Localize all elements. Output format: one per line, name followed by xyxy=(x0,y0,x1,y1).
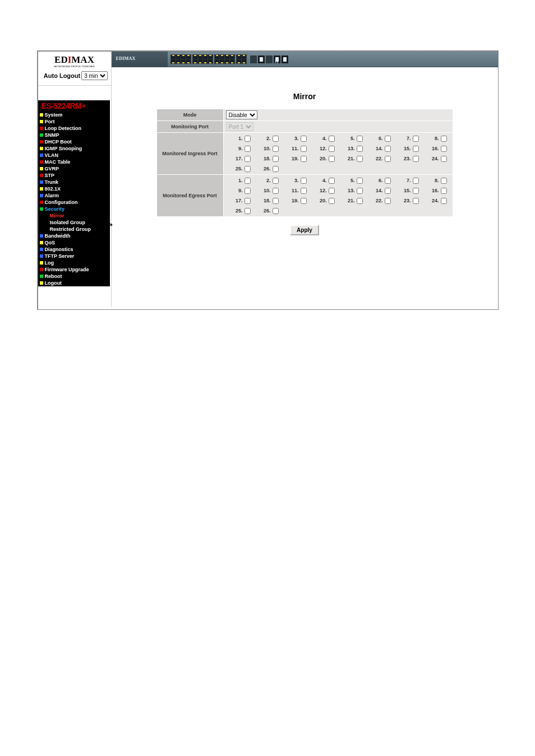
nav-item-reboot[interactable]: Reboot xyxy=(38,273,110,280)
egress-port-19-checkbox[interactable] xyxy=(301,198,307,204)
egress-port-23-checkbox[interactable] xyxy=(413,198,419,204)
ingress-port-7-checkbox[interactable] xyxy=(413,136,419,142)
egress-port-22-checkbox[interactable] xyxy=(385,198,391,204)
ingress-port-15-checkbox[interactable] xyxy=(413,146,419,152)
egress-port-22: 22. xyxy=(366,196,394,205)
nav-item-firmware-upgrade[interactable]: Firmware Upgrade xyxy=(38,266,110,273)
ingress-port-24-checkbox[interactable] xyxy=(441,156,447,162)
apply-button[interactable]: Apply xyxy=(290,225,319,235)
egress-port-4-checkbox[interactable] xyxy=(329,178,335,184)
nav-item-snmp[interactable]: SNMP xyxy=(38,132,110,138)
ingress-port-5: 5. xyxy=(338,134,366,143)
nav-item-qos[interactable]: QoS xyxy=(38,239,110,246)
nav-item-port[interactable]: Port xyxy=(38,118,110,125)
egress-port-26-checkbox[interactable] xyxy=(273,208,279,214)
ingress-port-3-checkbox[interactable] xyxy=(301,136,307,142)
ingress-port-13-checkbox[interactable] xyxy=(357,146,363,152)
egress-port-2-checkbox[interactable] xyxy=(273,178,279,184)
ingress-port-5-checkbox[interactable] xyxy=(357,136,363,142)
egress-port-12-checkbox[interactable] xyxy=(329,188,335,194)
ingress-port-4-checkbox[interactable] xyxy=(329,136,335,142)
ingress-port-25-checkbox[interactable] xyxy=(245,166,251,172)
nav-item-restricted-group[interactable]: Restricted Group xyxy=(38,226,110,233)
ingress-port-19-checkbox[interactable] xyxy=(301,156,307,162)
nav-item-diagnostics[interactable]: Diagnostics xyxy=(38,246,110,253)
egress-port-13-checkbox[interactable] xyxy=(357,188,363,194)
nav-item-security[interactable]: Security xyxy=(38,206,110,212)
nav-item-bandwidth[interactable]: Bandwidth xyxy=(38,233,110,239)
egress-port-8-checkbox[interactable] xyxy=(441,178,447,184)
nav-item-loop-detection[interactable]: Loop Detection xyxy=(38,125,110,132)
port-number-label: 10. xyxy=(261,146,271,151)
port-number-label: 19. xyxy=(289,198,299,203)
nav-item-mac-table[interactable]: MAC Table xyxy=(38,159,110,165)
egress-port-14-checkbox[interactable] xyxy=(385,188,391,194)
egress-port-3: 3. xyxy=(282,176,310,185)
ingress-port-14-checkbox[interactable] xyxy=(385,146,391,152)
nav-item-label: GVRP xyxy=(45,165,59,172)
nav-bullet-icon xyxy=(45,221,48,224)
ingress-port-6-checkbox[interactable] xyxy=(385,136,391,142)
ingress-port-23-checkbox[interactable] xyxy=(413,156,419,162)
ingress-port-8-checkbox[interactable] xyxy=(441,136,447,142)
auto-logout-select[interactable]: 3 min xyxy=(81,71,108,80)
ingress-port-9-checkbox[interactable] xyxy=(245,146,251,152)
egress-port-16-checkbox[interactable] xyxy=(441,188,447,194)
egress-port-18-checkbox[interactable] xyxy=(273,198,279,204)
nav-item-vlan[interactable]: VLAN xyxy=(38,152,110,159)
nav-bullet-icon xyxy=(40,207,43,211)
port-number-label: 13. xyxy=(345,146,355,151)
nav-item-trunk[interactable]: Trunk xyxy=(38,179,110,185)
nav-item-gvrp[interactable]: GVRP xyxy=(38,165,110,172)
nav-item-system[interactable]: System xyxy=(38,112,110,118)
port-number-label: 17. xyxy=(233,156,243,161)
nav-bullet-icon xyxy=(40,194,43,197)
monitoring-port-select[interactable]: Port 1 xyxy=(226,122,253,131)
egress-port-9-checkbox[interactable] xyxy=(245,188,251,194)
ingress-port-18-checkbox[interactable] xyxy=(273,156,279,162)
ingress-port-10-checkbox[interactable] xyxy=(273,146,279,152)
egress-port-7-checkbox[interactable] xyxy=(413,178,419,184)
nav-item-tftp-server[interactable]: TFTP Server xyxy=(38,253,110,259)
nav-item-logout[interactable]: Logout xyxy=(38,280,110,286)
egress-port-3-checkbox[interactable] xyxy=(301,178,307,184)
nav-item-alarm[interactable]: Alarm xyxy=(38,192,110,199)
port-number-label: 14. xyxy=(373,188,383,193)
egress-port-6-checkbox[interactable] xyxy=(385,178,391,184)
nav-item-isolated-group[interactable]: Isolated Group xyxy=(38,219,110,226)
nav-item-mirror[interactable]: Mirror xyxy=(38,212,110,219)
egress-port-15-checkbox[interactable] xyxy=(413,188,419,194)
port-number-label: 26. xyxy=(261,208,271,214)
nav-item-igmp-snooping[interactable]: IGMP Snooping xyxy=(38,145,110,152)
ingress-port-26-checkbox[interactable] xyxy=(273,166,279,172)
ingress-port-21-checkbox[interactable] xyxy=(357,156,363,162)
egress-port-17-checkbox[interactable] xyxy=(245,198,251,204)
egress-port-1-checkbox[interactable] xyxy=(245,178,251,184)
mode-select[interactable]: Disable xyxy=(226,110,257,119)
nav-bullet-icon xyxy=(40,275,43,278)
egress-port-5-checkbox[interactable] xyxy=(357,178,363,184)
egress-port-11-checkbox[interactable] xyxy=(301,188,307,194)
ingress-port-20-checkbox[interactable] xyxy=(329,156,335,162)
ingress-port-22-checkbox[interactable] xyxy=(385,156,391,162)
ingress-port-12-checkbox[interactable] xyxy=(329,146,335,152)
egress-port-21-checkbox[interactable] xyxy=(357,198,363,204)
ingress-port-2-checkbox[interactable] xyxy=(273,136,279,142)
egress-port-24-checkbox[interactable] xyxy=(441,198,447,204)
ingress-port-11-checkbox[interactable] xyxy=(301,146,307,152)
egress-port-25-checkbox[interactable] xyxy=(245,208,251,214)
egress-port-10-checkbox[interactable] xyxy=(273,188,279,194)
nav-item-dhcp-boot[interactable]: DHCP Boot xyxy=(38,138,110,145)
nav-bullet-icon xyxy=(45,228,48,231)
ingress-port-1-checkbox[interactable] xyxy=(245,136,251,142)
nav-item-stp[interactable]: STP xyxy=(38,172,110,179)
ingress-port-16-checkbox[interactable] xyxy=(441,146,447,152)
ingress-port-17-checkbox[interactable] xyxy=(245,156,251,162)
nav-item-label: MAC Table xyxy=(45,159,71,165)
nav-item-configuration[interactable]: Configuration xyxy=(38,199,110,206)
egress-port-20-checkbox[interactable] xyxy=(329,198,335,204)
nav-item-log[interactable]: Log xyxy=(38,259,110,266)
ingress-port-6: 6. xyxy=(366,134,394,143)
nav-item-802-1x[interactable]: 802.1X xyxy=(38,185,110,192)
port-number-label: 2. xyxy=(261,178,271,183)
